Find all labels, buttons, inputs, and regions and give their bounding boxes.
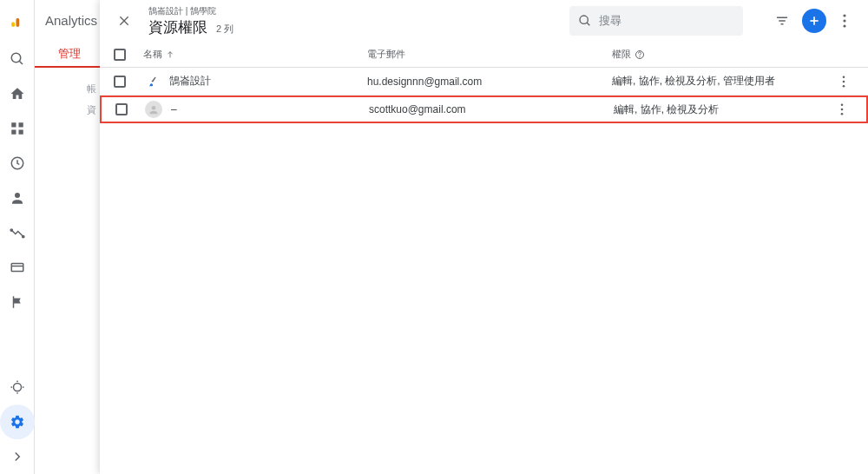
sort-ascending-icon bbox=[166, 50, 174, 59]
left-navigation-rail bbox=[0, 0, 35, 474]
svg-point-12 bbox=[10, 229, 12, 231]
home-icon[interactable] bbox=[0, 76, 35, 111]
permissions-panel: 鵠崙設計 | 鵠學院 資源權限 2 列 搜尋 名稱 bbox=[100, 0, 868, 474]
row-email: scottkuo@gmail.com bbox=[369, 103, 614, 115]
conversion-icon[interactable] bbox=[0, 215, 35, 250]
svg-line-5 bbox=[19, 61, 23, 64]
row-count: 2 列 bbox=[216, 23, 233, 36]
table-row[interactable]: 鵠崙設計 hu.designnn@gmail.com 編輯, 協作, 檢視及分析… bbox=[100, 68, 868, 95]
svg-point-38 bbox=[841, 113, 844, 115]
svg-point-35 bbox=[152, 106, 156, 110]
analytics-logo bbox=[0, 0, 34, 42]
column-name[interactable]: 名稱 bbox=[143, 48, 367, 61]
select-all-checkbox[interactable] bbox=[114, 49, 126, 61]
row-email: hu.designnn@gmail.com bbox=[367, 76, 612, 88]
row-name: – bbox=[171, 103, 177, 115]
card-icon[interactable] bbox=[0, 250, 35, 285]
search-icon bbox=[578, 14, 592, 28]
svg-rect-6 bbox=[11, 122, 16, 127]
svg-rect-14 bbox=[11, 264, 23, 272]
svg-point-11 bbox=[15, 193, 20, 198]
svg-point-31 bbox=[640, 56, 641, 57]
svg-point-36 bbox=[841, 103, 844, 106]
svg-point-27 bbox=[843, 19, 845, 22]
svg-rect-7 bbox=[18, 122, 23, 127]
panel-header: 鵠崙設計 | 鵠學院 資源權限 2 列 搜尋 bbox=[100, 0, 868, 42]
add-user-button[interactable] bbox=[802, 9, 826, 33]
search-icon[interactable] bbox=[0, 42, 35, 76]
breadcrumb: 鵠崙設計 | 鵠學院 bbox=[148, 5, 233, 17]
admin-tab[interactable]: 管理 bbox=[35, 42, 104, 68]
row-checkbox[interactable] bbox=[115, 103, 128, 115]
svg-point-26 bbox=[843, 14, 845, 16]
svg-point-4 bbox=[11, 53, 21, 63]
collapse-icon[interactable] bbox=[0, 439, 35, 474]
avatar bbox=[145, 101, 162, 118]
svg-point-37 bbox=[841, 109, 844, 111]
column-email[interactable]: 電子郵件 bbox=[367, 48, 612, 61]
svg-point-19 bbox=[580, 16, 588, 23]
header-more-button[interactable] bbox=[838, 14, 851, 28]
table-row[interactable]: – scottkuo@gmail.com 編輯, 協作, 檢視及分析 bbox=[100, 95, 868, 123]
filter-button[interactable] bbox=[774, 13, 790, 29]
row-more-button[interactable] bbox=[832, 103, 852, 115]
svg-point-13 bbox=[22, 235, 23, 237]
svg-rect-9 bbox=[18, 130, 23, 135]
user-icon[interactable] bbox=[0, 181, 35, 215]
row-permissions: 編輯, 協作, 檢視及分析 bbox=[614, 102, 832, 117]
title-block: 鵠崙設計 | 鵠學院 資源權限 2 列 bbox=[148, 5, 233, 37]
row-name: 鵠崙設計 bbox=[169, 74, 211, 89]
svg-rect-1 bbox=[16, 18, 19, 27]
panel-title: 資源權限 bbox=[148, 17, 207, 37]
svg-point-28 bbox=[843, 24, 845, 27]
table-header: 名稱 電子郵件 權限 bbox=[100, 42, 868, 68]
avatar bbox=[143, 73, 161, 90]
clock-icon[interactable] bbox=[0, 146, 35, 181]
dashboard-icon[interactable] bbox=[0, 111, 35, 146]
row-more-button[interactable] bbox=[833, 76, 854, 88]
help-icon bbox=[635, 49, 645, 60]
svg-point-34 bbox=[843, 84, 845, 87]
search-placeholder: 搜尋 bbox=[599, 13, 621, 29]
discover-icon[interactable] bbox=[0, 370, 35, 405]
search-input[interactable]: 搜尋 bbox=[569, 6, 743, 36]
svg-rect-8 bbox=[11, 130, 16, 135]
settings-gear-icon[interactable] bbox=[0, 405, 35, 439]
column-permissions[interactable]: 權限 bbox=[612, 48, 833, 61]
svg-point-32 bbox=[843, 76, 845, 78]
flag-icon[interactable] bbox=[0, 285, 35, 319]
svg-point-33 bbox=[843, 80, 845, 82]
row-checkbox[interactable] bbox=[114, 76, 126, 88]
row-permissions: 編輯, 協作, 檢視及分析, 管理使用者 bbox=[612, 74, 833, 89]
background-content: 帳 資 bbox=[87, 78, 96, 120]
close-button[interactable] bbox=[114, 10, 135, 31]
svg-line-20 bbox=[587, 23, 589, 25]
svg-point-16 bbox=[13, 384, 21, 392]
